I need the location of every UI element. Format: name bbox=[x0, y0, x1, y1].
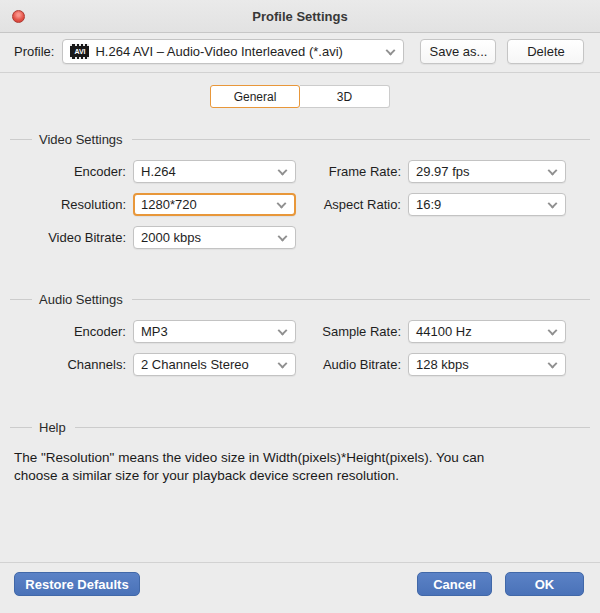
title-bar: Profile Settings bbox=[0, 0, 600, 33]
profile-row: Profile: AVI H.264 AVI – Audio-Video Int… bbox=[14, 39, 588, 64]
video-encoder-dropdown[interactable]: H.264 bbox=[133, 160, 296, 183]
audio-encoder-value: MP3 bbox=[141, 324, 168, 339]
resolution-label: Resolution: bbox=[0, 197, 133, 212]
frame-rate-value: 29.97 fps bbox=[416, 164, 470, 179]
tab-3d[interactable]: 3D bbox=[300, 85, 390, 108]
chevron-down-icon bbox=[278, 325, 288, 335]
sample-rate-dropdown[interactable]: 44100 Hz bbox=[408, 320, 566, 343]
cancel-button[interactable]: Cancel bbox=[417, 572, 492, 596]
audio-encoder-dropdown[interactable]: MP3 bbox=[133, 320, 296, 343]
audio-encoder-label: Encoder: bbox=[0, 324, 133, 339]
save-as-button[interactable]: Save as... bbox=[420, 39, 496, 64]
chevron-down-icon bbox=[278, 358, 288, 368]
divider bbox=[10, 139, 32, 140]
frame-rate-label: Frame Rate: bbox=[296, 164, 408, 179]
video-settings-header: Video Settings bbox=[10, 132, 590, 147]
divider bbox=[10, 299, 32, 300]
aspect-ratio-value: 16:9 bbox=[416, 197, 441, 212]
tab-bar: General 3D bbox=[0, 85, 600, 108]
divider bbox=[132, 299, 590, 300]
close-window-button[interactable] bbox=[12, 10, 25, 23]
chevron-down-icon bbox=[548, 325, 558, 335]
divider bbox=[0, 72, 600, 73]
restore-defaults-button[interactable]: Restore Defaults bbox=[14, 572, 140, 596]
chevron-down-icon bbox=[277, 198, 287, 208]
avi-filmstrip-icon: AVI bbox=[70, 44, 89, 59]
aspect-ratio-dropdown[interactable]: 16:9 bbox=[408, 193, 566, 216]
profile-settings-dialog: Profile Settings Profile: AVI H.264 AVI … bbox=[0, 0, 600, 613]
help-header: Help bbox=[10, 420, 590, 435]
divider bbox=[0, 562, 600, 563]
delete-button[interactable]: Delete bbox=[507, 39, 584, 64]
chevron-down-icon bbox=[278, 231, 288, 241]
audio-bitrate-value: 128 kbps bbox=[416, 357, 469, 372]
profile-label: Profile: bbox=[14, 44, 54, 59]
help-title: Help bbox=[39, 420, 66, 435]
help-text: The "Resolution" means the video size in… bbox=[14, 449, 514, 485]
video-bitrate-label: Video Bitrate: bbox=[0, 230, 133, 245]
video-settings-title: Video Settings bbox=[39, 132, 123, 147]
channels-value: 2 Channels Stereo bbox=[141, 357, 249, 372]
aspect-ratio-label: Aspect Ratio: bbox=[296, 197, 408, 212]
video-bitrate-dropdown[interactable]: 2000 kbps bbox=[133, 226, 296, 249]
audio-settings-header: Audio Settings bbox=[10, 292, 590, 307]
chevron-down-icon bbox=[548, 198, 558, 208]
audio-settings-title: Audio Settings bbox=[39, 292, 123, 307]
chevron-down-icon bbox=[278, 165, 288, 175]
video-encoder-label: Encoder: bbox=[0, 164, 133, 179]
tab-general[interactable]: General bbox=[210, 85, 300, 108]
profile-dropdown[interactable]: AVI H.264 AVI – Audio-Video Interleaved … bbox=[62, 39, 404, 64]
frame-rate-dropdown[interactable]: 29.97 fps bbox=[408, 160, 566, 183]
window-title: Profile Settings bbox=[252, 9, 347, 24]
video-settings-section: Video Settings Encoder: H.264 Frame Rate… bbox=[0, 132, 600, 249]
divider bbox=[132, 139, 590, 140]
chevron-down-icon bbox=[548, 165, 558, 175]
audio-bitrate-dropdown[interactable]: 128 kbps bbox=[408, 353, 566, 376]
channels-dropdown[interactable]: 2 Channels Stereo bbox=[133, 353, 296, 376]
tab-3d-label: 3D bbox=[337, 90, 352, 104]
resolution-value: 1280*720 bbox=[141, 197, 197, 212]
divider bbox=[75, 427, 590, 428]
channels-label: Channels: bbox=[0, 357, 133, 372]
video-encoder-value: H.264 bbox=[141, 164, 176, 179]
audio-settings-section: Audio Settings Encoder: MP3 Sample Rate:… bbox=[0, 292, 600, 376]
chevron-down-icon bbox=[548, 358, 558, 368]
profile-dropdown-value: H.264 AVI – Audio-Video Interleaved (*.a… bbox=[95, 44, 342, 59]
resolution-dropdown[interactable]: 1280*720 bbox=[133, 193, 296, 216]
footer-bar: Restore Defaults Cancel OK bbox=[0, 572, 600, 596]
ok-button[interactable]: OK bbox=[505, 572, 584, 596]
sample-rate-value: 44100 Hz bbox=[416, 324, 472, 339]
video-bitrate-value: 2000 kbps bbox=[141, 230, 201, 245]
divider bbox=[10, 427, 32, 428]
chevron-down-icon bbox=[386, 45, 396, 55]
audio-bitrate-label: Audio Bitrate: bbox=[296, 357, 408, 372]
help-section: Help The "Resolution" means the video si… bbox=[0, 420, 600, 485]
sample-rate-label: Sample Rate: bbox=[296, 324, 408, 339]
tab-general-label: General bbox=[234, 90, 277, 104]
